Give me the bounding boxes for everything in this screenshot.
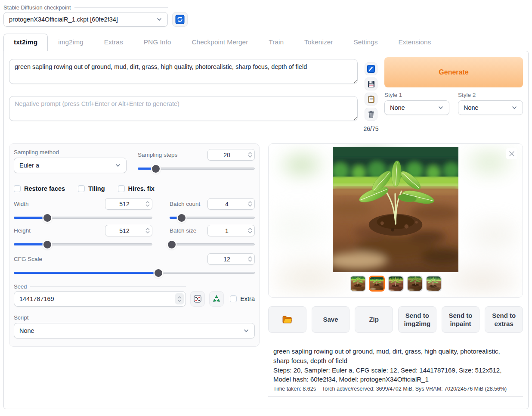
recycle-icon (212, 295, 221, 303)
generate-button[interactable]: Generate (384, 57, 523, 87)
cfg-scale-slider[interactable] (14, 272, 255, 274)
trash-icon (367, 110, 375, 118)
batch-count-value[interactable] (208, 201, 246, 208)
style1-select[interactable]: None (384, 100, 449, 115)
checkbox-box[interactable] (78, 185, 85, 192)
tab-train[interactable]: Train (258, 34, 294, 51)
thumbnail-5[interactable] (426, 276, 442, 292)
dice-icon (193, 295, 202, 303)
thumbnail-2-selected[interactable] (369, 276, 385, 292)
tab-settings[interactable]: Settings (343, 34, 388, 51)
info-params-text: Steps: 20, Sampler: Euler a, CFG scale: … (273, 366, 518, 385)
zip-button[interactable]: Zip (355, 306, 393, 333)
stepper-arrows[interactable] (246, 256, 254, 262)
sampling-steps-input[interactable] (207, 149, 255, 161)
tab-img2img[interactable]: img2img (48, 34, 94, 51)
generated-image[interactable] (333, 147, 458, 272)
generation-settings-panel: Sampling method Euler a Sampling steps (9, 143, 260, 347)
height-input[interactable] (105, 225, 152, 236)
checkpoint-value: protogenX34OfficialR_1.ckpt [60fe2f34] (9, 16, 156, 23)
tab-extras[interactable]: Extras (94, 34, 133, 51)
hires-fix-checkbox[interactable]: Hires. fix (118, 185, 155, 192)
width-input[interactable] (105, 198, 152, 210)
stepper-arrows[interactable] (143, 228, 152, 233)
vram-stats: Torch active/reserved: 3699/4702 MiB, Sy… (322, 386, 507, 392)
sampling-method-label: Sampling method (14, 149, 127, 155)
sampling-method-select[interactable]: Euler a (14, 158, 127, 173)
prompt-input[interactable]: green sapling rowing out of ground, mud,… (9, 59, 358, 84)
token-counter: 26/75 (363, 125, 378, 132)
extra-seed-checkbox[interactable]: Extra (230, 295, 255, 302)
checkpoint-label: Stable Diffusion checkpoint (3, 4, 168, 11)
close-gallery-button[interactable] (506, 148, 517, 159)
reuse-seed-button[interactable] (209, 291, 224, 307)
send-to-extras-button[interactable]: Send to extras (485, 306, 523, 333)
chevron-down-icon (243, 328, 249, 334)
open-folder-button[interactable] (268, 306, 306, 333)
checkbox-box[interactable] (14, 185, 21, 192)
chevron-down-icon (156, 16, 162, 22)
height-value[interactable] (105, 227, 143, 234)
width-label: Width (14, 201, 29, 207)
refresh-icon (175, 15, 185, 24)
refresh-checkpoint-button[interactable] (172, 12, 188, 27)
thumbnail-1[interactable] (350, 276, 366, 292)
main-tabbar: txt2img img2img Extras PNG Info Checkpoi… (3, 34, 529, 51)
save-button[interactable]: Save (312, 306, 350, 333)
thumbnail-3[interactable] (388, 276, 404, 292)
chevron-down-icon (438, 105, 444, 111)
stepper-arrows[interactable] (246, 228, 254, 233)
image-actions: Save Zip Send to img2img Send to inpaint… (268, 306, 523, 333)
sampling-steps-value[interactable] (208, 152, 246, 158)
thumbnail-strip (269, 276, 523, 292)
send-to-img2img-button[interactable]: Send to img2img (398, 306, 436, 333)
batch-count-label: Batch count (170, 201, 200, 207)
script-select[interactable]: None (14, 323, 255, 338)
random-seed-button[interactable] (190, 291, 205, 307)
seed-label: Seed (14, 283, 186, 290)
tab-checkpoint-merger[interactable]: Checkpoint Merger (181, 34, 258, 51)
tiling-checkbox[interactable]: Tiling (78, 185, 105, 192)
restore-faces-checkbox[interactable]: Restore faces (14, 185, 65, 192)
tab-txt2img[interactable]: txt2img (3, 34, 48, 51)
tab-extensions[interactable]: Extensions (388, 34, 441, 51)
thumbnail-4[interactable] (407, 276, 423, 292)
save-style-button[interactable] (365, 78, 377, 90)
script-label: Script (14, 314, 255, 321)
seed-value[interactable] (19, 295, 175, 302)
width-value[interactable] (105, 201, 143, 208)
batch-size-value[interactable] (208, 227, 246, 234)
batch-size-input[interactable] (207, 225, 255, 236)
tab-tokenizer[interactable]: Tokenizer (294, 34, 343, 51)
floppy-disk-icon (367, 80, 375, 88)
checkbox-box[interactable] (118, 185, 125, 192)
brush-icon (367, 65, 375, 73)
send-to-inpaint-button[interactable]: Send to inpaint (442, 306, 480, 333)
sampling-steps-label: Sampling steps (138, 152, 177, 158)
clear-prompt-button[interactable] (365, 108, 377, 121)
stepper-arrows[interactable] (175, 293, 184, 304)
apply-style-button[interactable] (365, 93, 377, 106)
style2-select[interactable]: None (458, 100, 523, 115)
stepper-arrows[interactable] (143, 201, 152, 207)
cfg-scale-input[interactable] (207, 253, 255, 265)
batch-count-input[interactable] (207, 198, 255, 210)
sampling-steps-slider[interactable] (138, 168, 255, 170)
height-slider[interactable] (14, 243, 152, 245)
checkbox-box[interactable] (230, 295, 237, 302)
width-slider[interactable] (14, 217, 152, 219)
clipboard-icon (367, 95, 375, 103)
paste-params-button[interactable] (365, 62, 377, 75)
hires-fix-label: Hires. fix (128, 185, 155, 192)
negative-prompt-input[interactable] (9, 96, 358, 121)
tab-png-info[interactable]: PNG Info (133, 34, 182, 51)
seed-input[interactable] (14, 291, 186, 307)
checkpoint-select[interactable]: protogenX34OfficialR_1.ckpt [60fe2f34] (3, 12, 168, 27)
cfg-scale-label: CFG Scale (14, 256, 42, 262)
stepper-arrows[interactable] (246, 152, 254, 158)
sampling-method-value: Euler a (19, 162, 115, 169)
batch-size-slider[interactable] (170, 243, 255, 245)
stepper-arrows[interactable] (246, 201, 254, 207)
batch-count-slider[interactable] (170, 217, 255, 219)
cfg-scale-value[interactable] (208, 256, 246, 263)
